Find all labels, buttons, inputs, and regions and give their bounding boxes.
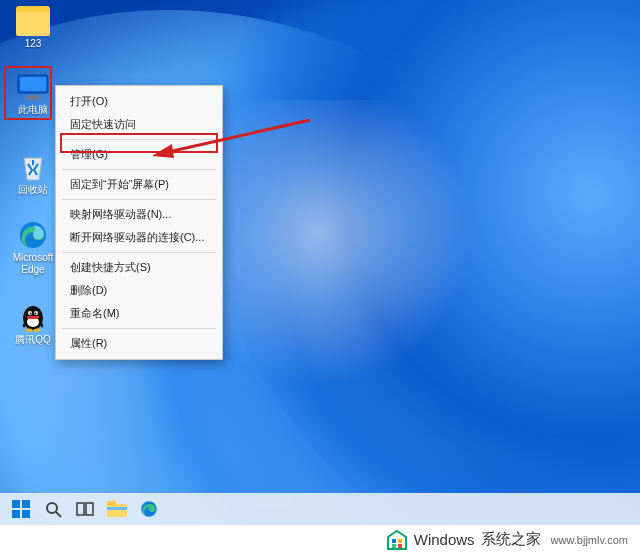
watermark-brand-sub: 系统之家: [481, 530, 541, 549]
svg-line-21: [56, 512, 61, 517]
taskbar-start-button[interactable]: [10, 498, 32, 520]
context-menu-item-properties[interactable]: 属性(R): [56, 332, 222, 355]
svg-rect-19: [22, 510, 30, 518]
taskbar-explorer-button[interactable]: [106, 498, 128, 520]
desktop-icon-qq[interactable]: 腾讯QQ: [6, 302, 60, 346]
desktop-icon-label: 此电脑: [6, 104, 60, 116]
desktop-icon-label: 腾讯QQ: [6, 334, 60, 346]
context-menu-separator: [62, 139, 216, 140]
svg-rect-16: [12, 500, 20, 508]
context-menu-item-rename[interactable]: 重命名(M): [56, 302, 222, 325]
svg-rect-18: [12, 510, 20, 518]
desktop-icon-recycle-bin[interactable]: 回收站: [6, 152, 60, 196]
svg-rect-17: [22, 500, 30, 508]
this-pc-icon: [16, 72, 50, 102]
context-menu-item-disconnect-drive[interactable]: 断开网络驱动器的连接(C)...: [56, 226, 222, 249]
svg-point-10: [35, 312, 37, 314]
svg-rect-25: [107, 501, 116, 506]
taskbar: [0, 493, 640, 525]
context-menu-item-open[interactable]: 打开(O): [56, 90, 222, 113]
svg-rect-26: [107, 507, 127, 510]
watermark-url: www.bjjmlv.com: [551, 534, 628, 546]
desktop-icon-label: 123: [6, 38, 60, 50]
context-menu-item-pin-quick-access[interactable]: 固定快速访问: [56, 113, 222, 136]
svg-rect-29: [392, 539, 396, 543]
watermark-footer: Windows 系统之家 www.bjjmlv.com: [0, 525, 640, 554]
svg-rect-22: [77, 503, 84, 515]
watermark-logo-icon: [386, 529, 408, 551]
svg-rect-11: [27, 316, 39, 319]
svg-point-12: [26, 329, 33, 332]
desktop: 123 此电脑 回收站: [0, 0, 640, 554]
taskbar-task-view-button[interactable]: [74, 498, 96, 520]
context-menu: 打开(O) 固定快速访问 管理(G) 固定到“开始”屏幕(P) 映射网络驱动器(…: [55, 85, 223, 360]
svg-rect-23: [86, 503, 93, 515]
watermark-brand-text: Windows: [414, 531, 475, 548]
svg-rect-30: [398, 539, 402, 543]
svg-rect-32: [398, 544, 402, 548]
taskbar-edge-button[interactable]: [138, 498, 160, 520]
svg-marker-28: [388, 531, 406, 549]
desktop-icon-label: 回收站: [6, 184, 60, 196]
desktop-icon-folder-123[interactable]: 123: [6, 6, 60, 50]
edge-icon: [16, 220, 50, 250]
context-menu-item-delete[interactable]: 删除(D): [56, 279, 222, 302]
context-menu-item-create-shortcut[interactable]: 创建快捷方式(S): [56, 256, 222, 279]
svg-rect-1: [20, 77, 46, 91]
desktop-icon-this-pc[interactable]: 此电脑: [6, 72, 60, 116]
context-menu-separator: [62, 252, 216, 253]
context-menu-separator: [62, 199, 216, 200]
context-menu-item-manage[interactable]: 管理(G): [56, 143, 222, 166]
watermark-brand: Windows 系统之家: [386, 529, 541, 551]
context-menu-separator: [62, 328, 216, 329]
svg-rect-3: [25, 98, 41, 100]
desktop-icon-edge[interactable]: Microsoft Edge: [6, 220, 60, 276]
svg-rect-2: [28, 95, 38, 98]
context-menu-separator: [62, 169, 216, 170]
svg-point-13: [34, 329, 41, 332]
desktop-icon-label: Microsoft Edge: [6, 252, 60, 276]
qq-icon: [16, 302, 50, 332]
folder-icon: [16, 6, 50, 36]
context-menu-item-map-drive[interactable]: 映射网络驱动器(N)...: [56, 203, 222, 226]
context-menu-item-pin-start[interactable]: 固定到“开始”屏幕(P): [56, 173, 222, 196]
svg-point-9: [30, 312, 32, 314]
svg-rect-31: [392, 544, 396, 548]
recycle-bin-icon: [16, 152, 50, 182]
svg-point-20: [47, 503, 57, 513]
taskbar-search-button[interactable]: [42, 498, 64, 520]
